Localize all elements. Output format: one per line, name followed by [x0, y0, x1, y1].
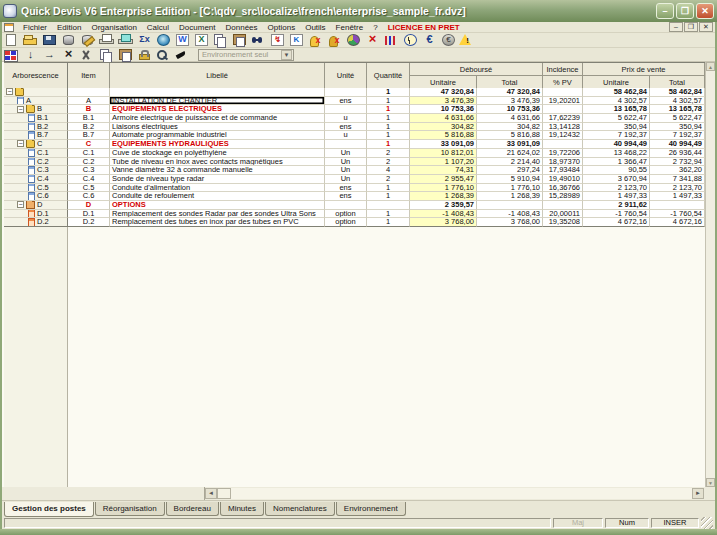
incidence-pct-pv-cell[interactable] — [543, 105, 583, 114]
magnifier-button[interactable] — [154, 48, 173, 62]
quantite-cell[interactable]: 1 — [367, 192, 410, 201]
pv-total-cell[interactable]: 350,94 — [650, 123, 705, 132]
pv-total-cell[interactable]: 7 192,37 — [650, 131, 705, 140]
item-cell[interactable]: D — [68, 201, 110, 210]
unite-cell[interactable]: Un — [325, 158, 367, 167]
switch-view-button[interactable] — [287, 33, 306, 47]
table-row[interactable]: C.3 C.3 Vanne diamètre 32 à commande man… — [4, 166, 705, 175]
quantite-cell[interactable]: 2 — [367, 158, 410, 167]
unite-cell[interactable]: u — [325, 114, 367, 123]
unite-cell[interactable]: option — [325, 218, 367, 227]
bar-chart-button[interactable] — [382, 33, 401, 47]
debourse-total-cell[interactable]: 5 816,88 — [477, 131, 543, 140]
scrollbar-thumb[interactable] — [217, 488, 231, 499]
pv-unitaire-cell[interactable]: -1 760,54 — [583, 210, 650, 219]
unite-cell[interactable] — [325, 88, 367, 97]
mdi-close-button[interactable]: ✕ — [699, 22, 713, 32]
lock-button[interactable] — [135, 48, 154, 62]
incidence-pct-pv-cell[interactable]: 16,36766 — [543, 184, 583, 193]
quantite-cell[interactable]: 1 — [367, 123, 410, 132]
pv-total-cell[interactable]: 2 732,94 — [650, 158, 705, 167]
incidence-pct-pv-cell[interactable] — [543, 140, 583, 149]
pv-total-cell[interactable]: 5 622,47 — [650, 114, 705, 123]
delete-user-button[interactable] — [306, 33, 325, 47]
unite-cell[interactable]: Un — [325, 166, 367, 175]
table-row[interactable]: A A INSTALLATION DE CHANTIER ens 1 3 476… — [4, 97, 705, 106]
database-edit-button[interactable] — [78, 33, 97, 47]
unite-cell[interactable] — [325, 105, 367, 114]
pv-unitaire-cell[interactable]: 350,94 — [583, 123, 650, 132]
quantite-cell[interactable]: 1 — [367, 184, 410, 193]
print-preview-button[interactable] — [116, 33, 135, 47]
move-down-button[interactable] — [21, 48, 40, 62]
table-row[interactable]: D.1 D.1 Remplacement des sondes Radar pa… — [4, 210, 705, 219]
tree-cell[interactable]: D.2 — [4, 218, 68, 227]
menu-fentre[interactable]: Fenêtre — [331, 23, 369, 32]
item-cell[interactable]: A — [68, 97, 110, 106]
debourse-unitaire-cell[interactable]: 2 955,47 — [410, 175, 477, 184]
debourse-unitaire-cell[interactable]: 1 107,20 — [410, 158, 477, 167]
debourse-unitaire-cell[interactable]: 304,82 — [410, 123, 477, 132]
debourse-unitaire-cell[interactable]: 3 768,00 — [410, 218, 477, 227]
debourse-total-cell[interactable]: 5 910,94 — [477, 175, 543, 184]
mdi-minimize-button[interactable]: – — [669, 22, 683, 32]
tree-cell[interactable]: A — [4, 97, 68, 106]
debourse-unitaire-cell[interactable]: 10 812,01 — [410, 149, 477, 158]
table-row[interactable]: B.1 B.1 Armoire électrique de puissance … — [4, 114, 705, 123]
unite-cell[interactable]: ens — [325, 97, 367, 106]
export-excel-button[interactable] — [192, 33, 211, 47]
unite-cell[interactable]: ens — [325, 123, 367, 132]
item-cell[interactable]: C.1 — [68, 149, 110, 158]
pv-total-cell[interactable]: 7 341,88 — [650, 175, 705, 184]
paste-button[interactable] — [230, 33, 249, 47]
scroll-right-icon[interactable]: ► — [692, 488, 704, 499]
libelle-cell[interactable]: Remplacement des sondes Radar par des so… — [110, 210, 325, 219]
open-file-button[interactable] — [21, 33, 40, 47]
unite-cell[interactable] — [325, 201, 367, 210]
table-row[interactable]: C.1 C.1 Cuve de stockage en polyéthylène… — [4, 149, 705, 158]
item-cell[interactable]: B.2 — [68, 123, 110, 132]
tree-cell[interactable]: B.1 — [4, 114, 68, 123]
item-cell[interactable]: D.1 — [68, 210, 110, 219]
restore-button[interactable]: ❐ — [676, 3, 694, 19]
minimize-button[interactable]: – — [656, 3, 674, 19]
globe-button[interactable] — [154, 33, 173, 47]
unite-cell[interactable]: option — [325, 210, 367, 219]
tree-cell[interactable]: C.5 — [4, 184, 68, 193]
database-button[interactable] — [59, 33, 78, 47]
tree-expander-icon[interactable]: − — [17, 140, 24, 147]
tree-cell[interactable]: D.1 — [4, 210, 68, 219]
pv-total-cell[interactable] — [650, 201, 705, 210]
item-cell[interactable]: C.2 — [68, 158, 110, 167]
table-row[interactable]: C.5 C.5 Conduite d'alimentation ens 1 1 … — [4, 184, 705, 193]
pv-total-cell[interactable]: 4 672,16 — [650, 218, 705, 227]
copy-cells-button[interactable] — [97, 48, 116, 62]
table-row[interactable]: − D D OPTIONS 2 359,57 2 911,62 — [4, 201, 705, 210]
item-cell[interactable]: D.2 — [68, 218, 110, 227]
tree-cell[interactable]: − B — [4, 105, 68, 114]
scroll-up-icon[interactable]: ▲ — [706, 62, 715, 71]
combobox-dropdown-arrow-icon[interactable]: ▼ — [281, 50, 292, 60]
tree-cell[interactable]: − D — [4, 201, 68, 210]
menu-options[interactable]: Options — [263, 23, 301, 32]
new-file-button[interactable] — [2, 33, 21, 47]
pv-total-cell[interactable]: 362,20 — [650, 166, 705, 175]
export-word-button[interactable] — [173, 33, 192, 47]
incidence-pct-pv-cell[interactable]: 18,97370 — [543, 158, 583, 167]
libelle-cell[interactable]: Liaisons électriques — [110, 123, 325, 132]
pv-total-cell[interactable]: 1 497,33 — [650, 192, 705, 201]
menu-donnes[interactable]: Données — [221, 23, 263, 32]
unite-cell[interactable]: Un — [325, 149, 367, 158]
tab-r-organisation[interactable]: Réorganisation — [95, 502, 165, 516]
pv-total-cell[interactable]: 58 462,84 — [650, 88, 705, 97]
scroll-left-icon[interactable]: ◄ — [205, 488, 217, 499]
goto-sheet-button[interactable] — [268, 33, 287, 47]
incidence-pct-pv-cell[interactable] — [543, 88, 583, 97]
quantite-cell[interactable]: 1 — [367, 140, 410, 149]
pv-unitaire-cell[interactable]: 5 622,47 — [583, 114, 650, 123]
tree-expander-icon[interactable]: − — [6, 88, 13, 95]
debourse-total-cell[interactable]: 297,24 — [477, 166, 543, 175]
incidence-pct-pv-cell[interactable]: 19,20201 — [543, 97, 583, 106]
debourse-total-cell[interactable]: 10 753,36 — [477, 105, 543, 114]
debourse-unitaire-cell[interactable]: 47 320,84 — [410, 88, 477, 97]
